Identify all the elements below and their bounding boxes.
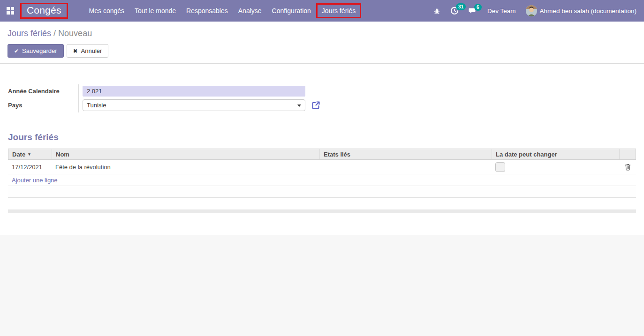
breadcrumb-separator: / [53, 29, 56, 38]
cancel-button-label: Annuler [81, 47, 102, 54]
field-row-country: Pays Tunisie [8, 98, 321, 112]
column-header-etats-lies[interactable]: Etats liés [320, 149, 492, 159]
field-row-year: Année Calendaire [8, 84, 321, 98]
cell-name: Fête de la révolution [52, 164, 319, 171]
breadcrumb-parent-link[interactable]: Jours fériés [8, 29, 51, 38]
systray: 31 6 Dev Team Ahmed ben salah (documenta… [433, 5, 636, 16]
empty-table-row [8, 186, 636, 198]
sort-desc-icon: ▾ [28, 152, 30, 157]
messages-chat-icon[interactable]: 6 [469, 7, 477, 15]
user-name: Ahmed ben salah (documentation) [540, 7, 636, 15]
form-sheet: Année Calendaire Pays Tunisie [0, 64, 644, 235]
menu-mes-conges[interactable]: Mes congés [84, 5, 129, 17]
top-navbar: Congés Mes congés Tout le monde Responsa… [0, 0, 644, 22]
action-buttons: ✔ Sauvegarder ✖ Annuler [8, 44, 636, 58]
activities-clock-icon[interactable]: 31 [450, 7, 459, 15]
debug-bug-icon[interactable] [433, 7, 440, 15]
country-field-label: Pays [8, 102, 78, 109]
country-select-value: Tunisie [87, 102, 106, 109]
cell-date: 17/12/2021 [8, 164, 52, 171]
column-header-date[interactable]: Date ▾ [8, 149, 52, 159]
chevron-down-icon [297, 105, 301, 107]
cell-delete [619, 164, 636, 171]
external-link-icon[interactable] [311, 101, 320, 110]
form-fields: Année Calendaire Pays Tunisie [8, 84, 321, 112]
holidays-section-title: Jours fériés [8, 132, 636, 142]
menu-tout-le-monde[interactable]: Tout le monde [129, 5, 181, 17]
menu-responsables[interactable]: Responsables [181, 5, 233, 17]
save-button[interactable]: ✔ Sauvegarder [8, 44, 64, 58]
team-switcher[interactable]: Dev Team [487, 7, 516, 15]
menu-jours-feries[interactable]: Jours fériés [316, 3, 361, 18]
can-change-checkbox[interactable] [495, 162, 505, 172]
apps-grid-icon[interactable] [7, 7, 14, 15]
country-select[interactable]: Tunisie [83, 99, 305, 111]
app-brand-conges[interactable]: Congés [27, 5, 61, 15]
column-header-date-peut-changer[interactable]: La date peut changer [492, 149, 620, 159]
column-header-nom[interactable]: Nom [52, 149, 320, 159]
save-button-label: Sauvegarder [22, 47, 57, 54]
activity-count-badge: 31 [456, 3, 466, 10]
delete-row-icon[interactable] [625, 164, 631, 171]
check-icon: ✔ [14, 48, 19, 54]
year-input[interactable] [83, 86, 305, 97]
breadcrumb: Jours fériés / Nouveau [8, 27, 636, 39]
user-menu[interactable]: Ahmed ben salah (documentation) [526, 5, 636, 16]
table-row[interactable]: 17/12/2021 Fête de la révolution [8, 160, 636, 174]
main-menu: Mes congés Tout le monde Responsables An… [84, 0, 362, 22]
cell-can-change [492, 162, 619, 172]
user-avatar [526, 5, 537, 16]
x-icon: ✖ [73, 48, 78, 54]
column-header-delete [620, 149, 636, 159]
year-field-label: Année Calendaire [8, 88, 78, 95]
cancel-button[interactable]: ✖ Annuler [67, 44, 109, 58]
table-header-row: Date ▾ Nom Etats liés La date peut chang… [8, 149, 636, 160]
table-footer-strip [8, 209, 636, 213]
message-count-badge: 6 [474, 4, 482, 11]
brand-red-annotation: Congés [20, 3, 68, 19]
add-line-link[interactable]: Ajouter une ligne [12, 177, 58, 184]
menu-analyse[interactable]: Analyse [233, 5, 267, 17]
menu-configuration[interactable]: Configuration [267, 5, 316, 17]
control-panel: Jours fériés / Nouveau ✔ Sauvegarder ✖ A… [0, 22, 644, 64]
holidays-table: Date ▾ Nom Etats liés La date peut chang… [8, 149, 636, 198]
breadcrumb-current: Nouveau [58, 29, 92, 38]
add-line-row: Ajouter une ligne [8, 174, 636, 186]
